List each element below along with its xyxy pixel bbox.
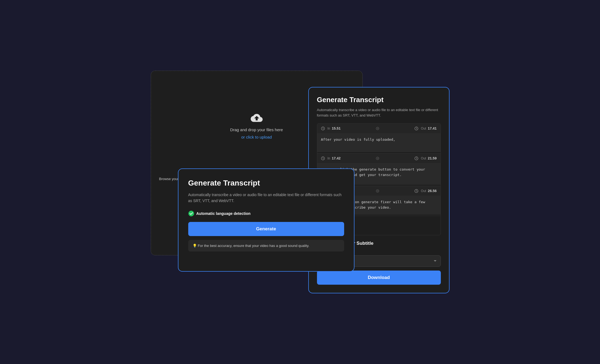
out-time-group-0: Out 17.41 bbox=[414, 126, 437, 130]
generate-form-title: Generate Transcript bbox=[188, 179, 344, 187]
generate-button[interactable]: Generate bbox=[188, 222, 344, 236]
out-time-group-2: Out 26.56 bbox=[414, 189, 437, 193]
transcript-card-title: Generate Transcript bbox=[317, 96, 441, 104]
segment-header-1: In 17.42 Out bbox=[317, 153, 441, 163]
out-label-0: Out bbox=[421, 127, 426, 130]
arrow-icon-0 bbox=[376, 127, 379, 130]
in-time-group-0: In 15.51 bbox=[321, 126, 341, 130]
auto-detect-row: Automatic language detection bbox=[188, 211, 344, 216]
arrow-icon-2 bbox=[376, 189, 379, 193]
out-label-1: Out bbox=[421, 156, 426, 160]
download-button[interactable]: Download bbox=[317, 271, 441, 285]
in-value-1: 17.42 bbox=[332, 156, 341, 160]
in-value-0: 15.51 bbox=[332, 126, 341, 130]
tip-box: 💡 For the best accuracy, ensure that you… bbox=[188, 240, 344, 252]
in-label-0: In bbox=[328, 127, 330, 130]
transcript-segment-0: In 15.51 Out bbox=[317, 124, 441, 153]
segment-header-0: In 15.51 Out bbox=[317, 124, 441, 133]
clock-in-icon-0 bbox=[321, 127, 325, 130]
transcript-card-description: Automatically transcribe a video or audi… bbox=[317, 107, 441, 118]
out-time-group-1: Out 21.59 bbox=[414, 156, 437, 160]
clock-out-icon-2 bbox=[414, 189, 418, 193]
upload-link[interactable]: or click to upload bbox=[241, 135, 272, 139]
upload-text: Drag and drop your files here bbox=[230, 127, 283, 132]
tip-text: 💡 For the best accuracy, ensure that you… bbox=[193, 244, 309, 248]
out-label-2: Out bbox=[421, 189, 426, 193]
auto-detect-label: Automatic language detection bbox=[196, 211, 251, 216]
separator-0 bbox=[341, 127, 414, 130]
svg-point-0 bbox=[189, 211, 194, 216]
checkmark-icon bbox=[188, 211, 194, 216]
upload-cloud-icon bbox=[250, 111, 263, 125]
in-label-1: In bbox=[328, 156, 330, 160]
segment-text-0[interactable]: After your video is fully uploaded, bbox=[317, 133, 441, 152]
in-time-group-1: In 17.42 bbox=[321, 156, 341, 160]
scene: Drag and drop your files here or click t… bbox=[151, 71, 450, 293]
generate-form-description: Automatically transcribe a video or audi… bbox=[188, 192, 344, 204]
out-value-0: 17.41 bbox=[428, 126, 437, 130]
arrow-icon-1 bbox=[376, 156, 379, 160]
clock-in-icon-1 bbox=[321, 156, 325, 160]
out-value-2: 26.56 bbox=[428, 189, 437, 193]
generate-form-card: Generate Transcript Automatically transc… bbox=[178, 168, 354, 272]
out-value-1: 21.59 bbox=[428, 156, 437, 160]
clock-out-icon-1 bbox=[414, 156, 418, 160]
separator-1 bbox=[341, 156, 414, 160]
clock-out-icon-0 bbox=[414, 127, 418, 130]
